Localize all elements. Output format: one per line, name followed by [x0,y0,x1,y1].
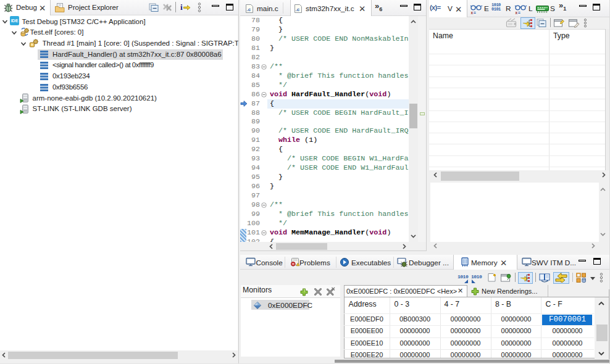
svg-text:.c: .c [296,7,300,12]
svg-text:i: i [180,2,183,11]
svg-text:=: = [474,10,476,15]
svg-text:x: x [471,10,474,15]
svg-text:x: x [516,10,518,15]
svg-text:=: = [518,10,520,15]
svg-text:.c: .c [247,7,251,12]
